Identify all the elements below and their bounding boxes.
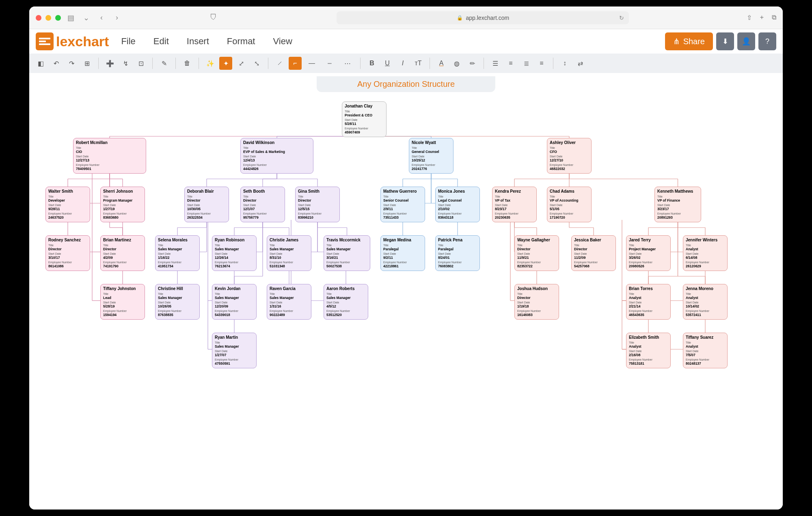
org-node[interactable]: Brian TorresTitleAnalystStart Date2/21/1… [626, 284, 671, 320]
layout-mode-icon[interactable]: ☰ [489, 57, 502, 70]
new-tab-icon[interactable]: + [760, 14, 764, 22]
org-node[interactable]: Ashley OliverTitleCFOStart Date12/27/10E… [547, 138, 592, 174]
redo-icon[interactable]: ↷ [65, 57, 78, 70]
forward-icon[interactable]: › [111, 12, 123, 24]
org-node[interactable]: Christine HillTitleSales ManagerStart Da… [155, 284, 200, 320]
connector-icon[interactable]: ↯ [119, 57, 132, 70]
curve-line-icon[interactable]: ⟋ [273, 57, 286, 70]
org-node[interactable]: Gina SmithTitleDirectorStart Date12/5/15… [295, 187, 340, 222]
text-box-icon[interactable]: ⊡ [134, 57, 147, 70]
panel-toggle-icon[interactable]: ◧ [34, 57, 47, 70]
org-node[interactable]: Monica JonesTitleLegal CounselStart Date… [435, 187, 480, 222]
org-node[interactable]: Ryan RobinsonTitleSales ManagerStart Dat… [212, 235, 257, 271]
lock-icon: 🔒 [457, 15, 463, 21]
org-node[interactable]: Jared TerryTitleProject ManagerStart Dat… [626, 235, 671, 271]
org-node[interactable]: Megan MedinaTitleParalegalStart Date9/2/… [380, 235, 425, 271]
menu-format[interactable]: Format [227, 36, 255, 47]
sidebar-toggle-icon[interactable]: ▤ [65, 12, 76, 24]
org-node[interactable]: Kenneth MatthewsTitleVP of FinanceStart … [654, 187, 701, 222]
align-right-icon[interactable]: ≡ [535, 57, 548, 70]
org-node[interactable]: Seth BoothTitleDirectorStart Date12/1/07… [240, 187, 285, 222]
org-node[interactable]: Jonathan ClayTitlePresident & CEOStart D… [342, 101, 387, 137]
org-node[interactable]: Joshua HudsonTitleDirectorStart Date1/19… [514, 284, 559, 320]
org-node[interactable]: Jennifer WintersTitleAnalystStart Date6/… [683, 235, 728, 271]
text-size-icon[interactable]: тT [412, 57, 425, 70]
logo-text: lexchart [56, 34, 109, 49]
org-node[interactable]: Rodney SanchezTitleDirectorStart Date3/1… [45, 235, 90, 271]
close-window-icon[interactable] [36, 15, 41, 21]
share-icon[interactable]: ⇧ [747, 14, 752, 22]
org-node[interactable]: Mathew GuerreroTitleSenior CounselStart … [380, 187, 425, 222]
expand-icon[interactable]: ⤢ [235, 57, 248, 70]
org-node[interactable]: Patrick PenaTitleParalegalStart Date8/24… [435, 235, 480, 271]
tabs-icon[interactable]: ⧉ [772, 14, 776, 22]
download-button[interactable]: ⬇ [716, 32, 734, 50]
elbow-line-icon[interactable]: ⌐ [289, 57, 302, 70]
window-controls [36, 15, 61, 21]
back-icon[interactable]: ‹ [96, 12, 107, 24]
undo-icon[interactable]: ↶ [50, 57, 63, 70]
org-node[interactable]: Aaron RobertsTitleSales ManagerStart Dat… [324, 284, 368, 320]
logo[interactable]: lexchart [36, 32, 109, 50]
help-button[interactable]: ? [758, 32, 776, 50]
org-node[interactable]: Travis MccormickTitleSales ManagerStart … [324, 235, 370, 271]
org-node[interactable]: Jenna MorenoTitleAnalystStart Date10/14/… [683, 284, 728, 320]
org-node[interactable]: Jessica BakerTitleDirectorStart Date11/2… [571, 235, 616, 271]
org-node[interactable]: Elizabeth SmithTitleAnalystStart Date2/1… [626, 333, 671, 368]
line-dotted-icon[interactable]: ⋯ [340, 57, 355, 70]
org-node[interactable]: Selena MoralesTitleSales ManagerStart Da… [155, 235, 200, 271]
edit-icon[interactable]: ✎ [158, 57, 171, 70]
menu-insert[interactable]: Insert [187, 36, 209, 47]
menu-edit[interactable]: Edit [153, 36, 169, 47]
org-node[interactable]: Kevin JordanTitleSales ManagerStart Date… [212, 284, 257, 320]
browser-chrome: ▤ ⌄ ‹ › ⛉ 🔒 app.lexchart.com ↻ ⇧ + ⧉ [29, 6, 783, 29]
menu-view[interactable]: View [273, 36, 292, 47]
org-node[interactable]: David WilkinsonTitleEVP of Sales & Marke… [240, 138, 313, 174]
user-button[interactable]: 👤 [737, 32, 755, 50]
org-node[interactable]: Sherri JohnsonTitleProgram ManagerStart … [100, 187, 145, 222]
org-node[interactable]: Tiffany SuarezTitleAnalystStart Date7/5/… [683, 333, 728, 368]
bold-icon[interactable]: B [365, 57, 378, 70]
italic-icon[interactable]: I [396, 57, 409, 70]
grid-icon[interactable]: ⊞ [80, 57, 93, 70]
line-solid-icon[interactable]: — [304, 57, 320, 70]
org-node[interactable]: Kendra PerezTitleVP of TaxStart Date8/23… [492, 187, 537, 222]
delete-icon[interactable]: 🗑 [181, 57, 194, 70]
sort-vertical-icon[interactable]: ↕ [558, 57, 571, 70]
swap-icon[interactable]: ⇄ [574, 57, 587, 70]
org-node[interactable]: Christie JamesTitleSales ManagerStart Da… [267, 235, 311, 271]
maximize-window-icon[interactable] [55, 15, 61, 21]
address-bar[interactable]: 🔒 app.lexchart.com ↻ [337, 11, 629, 24]
menu-file[interactable]: File [121, 36, 135, 47]
org-node[interactable]: Raven GarciaTitleSales ManagerStart Date… [267, 284, 311, 320]
align-left-icon[interactable]: ≡ [504, 57, 517, 70]
border-color-icon[interactable]: ✏ [466, 57, 479, 70]
share-button[interactable]: ⋔Share [665, 32, 713, 50]
magic-wand-icon[interactable]: ✨ [204, 57, 217, 70]
fill-color-icon[interactable]: ◍ [450, 57, 463, 70]
shield-icon[interactable]: ⛉ [208, 12, 219, 24]
org-node[interactable]: Tiffany JohnstonTitleLeadStart Date5/28/… [100, 284, 145, 320]
align-center-icon[interactable]: ≣ [520, 57, 533, 70]
canvas[interactable]: Any Organization Structure Jonathan Clay… [29, 73, 783, 510]
dropdown-icon[interactable]: ⌄ [80, 12, 92, 24]
org-node[interactable]: Deborah BlairTitleDirectorStart Date10/3… [184, 187, 229, 222]
org-node[interactable]: Chad AdamsTitleVP of AccountingStart Dat… [547, 187, 592, 222]
reload-icon[interactable]: ↻ [619, 15, 624, 21]
browser-window: ▤ ⌄ ‹ › ⛉ 🔒 app.lexchart.com ↻ ⇧ + ⧉ lex… [29, 6, 783, 510]
org-node[interactable]: Brian MartinezTitleDirectorStart Date4/2… [100, 235, 145, 271]
collapse-icon[interactable]: ⤡ [250, 57, 263, 70]
org-node[interactable]: Ryan MartinTitleSales ManagerStart Date1… [212, 333, 257, 368]
line-dashed-icon[interactable]: ┄ [322, 57, 337, 70]
underline-icon[interactable]: U [381, 57, 394, 70]
app-header: lexchart FileEditInsertFormatView ⋔Share… [29, 29, 783, 54]
org-node[interactable]: Robert McmillanTitleCIOStart Date12/27/1… [73, 138, 146, 174]
org-node[interactable]: Nicole WyattTitleGeneral CounselStart Da… [409, 138, 454, 174]
org-node[interactable]: Wayne GallagherTitleDirectorStart Date11… [514, 235, 559, 271]
auto-layout-icon[interactable]: ✦ [219, 57, 232, 70]
browser-right-controls: ⇧ + ⧉ [747, 14, 776, 22]
org-node[interactable]: Walter SmithTitleDeveloperStart Date9/28… [45, 187, 90, 222]
text-color-icon[interactable]: A [435, 57, 448, 70]
minimize-window-icon[interactable] [45, 15, 51, 21]
add-node-icon[interactable]: ➕ [104, 57, 117, 70]
